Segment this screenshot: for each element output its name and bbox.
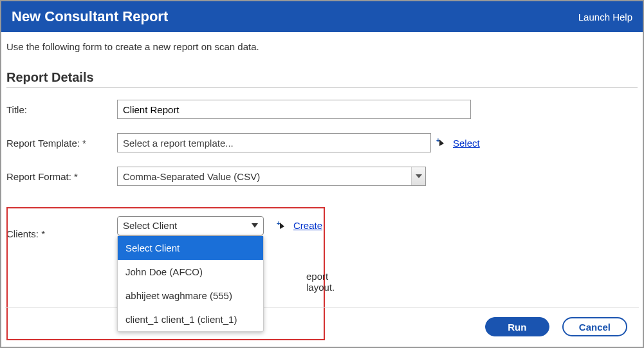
page-title: New Consultant Report — [12, 8, 168, 25]
clients-create-link[interactable]: Create — [293, 220, 322, 231]
chevron-down-icon — [416, 174, 422, 178]
clients-option-select-client[interactable]: Select Client — [118, 236, 263, 260]
format-select[interactable]: Comma-Separated Value (CSV) — [117, 167, 426, 186]
row-title: Title: — [6, 100, 638, 119]
row-clients: Clients: * Select Client Select Client J… — [6, 212, 638, 239]
template-field: Select a report template... — [117, 133, 431, 152]
clients-selected-value: Select Client — [123, 220, 177, 231]
clients-option-client1[interactable]: client_1 client_1 (client_1) — [118, 307, 263, 331]
select-picker-icon: + — [436, 138, 446, 148]
row-format: Report Format: * Comma-Separated Value (… — [6, 167, 638, 186]
section-heading: Report Details — [6, 70, 638, 88]
format-label: Report Format: * — [6, 171, 117, 182]
clients-option-abhijeet[interactable]: abhijeet waghmare (555) — [118, 284, 263, 307]
header-bar: New Consultant Report Launch Help — [1, 1, 643, 32]
create-picker-icon: + — [277, 221, 287, 231]
layout-hint-fragment: eport layout. — [306, 271, 335, 293]
intro-text: Use the following form to create a new r… — [6, 41, 638, 52]
launch-help-link[interactable]: Launch Help — [578, 12, 632, 23]
template-select-link[interactable]: Select — [453, 138, 480, 149]
cancel-button[interactable]: Cancel — [562, 317, 627, 336]
clients-option-john-doe[interactable]: John Doe (AFCO) — [118, 260, 263, 284]
title-label: Title: — [6, 104, 117, 115]
row-template: Report Template: * Select a report templ… — [6, 133, 638, 152]
template-value: Select a report template... — [123, 138, 234, 149]
clients-label: Clients: * — [6, 228, 117, 239]
content-area: Use the following form to create a new r… — [1, 32, 643, 262]
footer-divider — [5, 307, 639, 308]
format-chevron-button[interactable] — [411, 167, 425, 185]
footer-buttons: Run Cancel — [485, 317, 627, 336]
clients-select-wrapper: Select Client Select Client John Doe (AF… — [117, 216, 264, 235]
clients-select[interactable]: Select Client — [117, 216, 264, 235]
clients-dropdown: Select Client John Doe (AFCO) abhijeet w… — [117, 235, 264, 332]
template-label: Report Template: * — [6, 138, 117, 149]
title-input[interactable] — [117, 100, 471, 119]
chevron-down-icon — [252, 223, 258, 228]
window-frame: New Consultant Report Launch Help Use th… — [0, 0, 644, 348]
run-button[interactable]: Run — [485, 317, 549, 336]
format-value: Comma-Separated Value (CSV) — [123, 171, 260, 182]
